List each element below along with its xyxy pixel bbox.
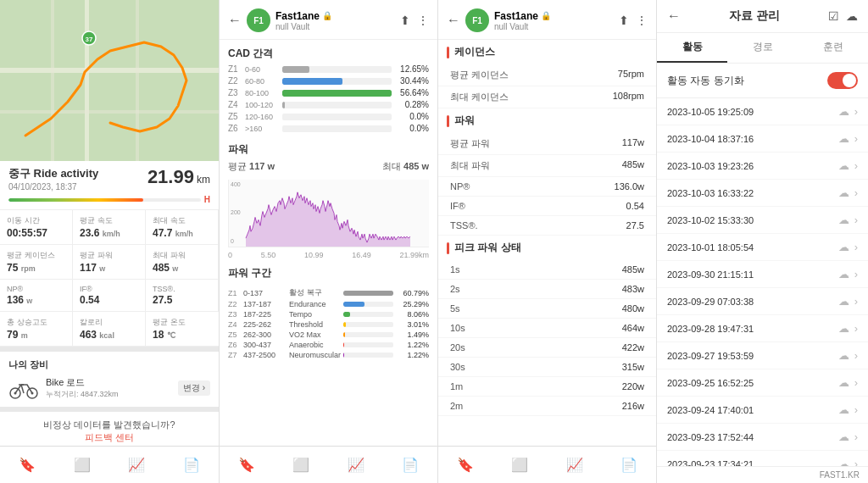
back-button-panel4[interactable]: ← [667,8,681,24]
cloud-icon[interactable]: ☁ [838,214,849,226]
upload-icon-p3[interactable]: ⬆ [619,14,629,27]
list-item[interactable]: 2023-10-03 19:23:26 ☁ › [657,153,868,180]
zone-row-z1: Z1 0-137 활성 복구 60.79% [228,287,429,298]
more-icon[interactable]: ⋮ [417,14,429,27]
distance-display: 21.99 km [147,166,210,188]
list-item[interactable]: 2023-10-03 16:33:22 ☁ › [657,180,868,207]
progress-label: H [204,195,210,204]
tab-activity[interactable]: 활동 [657,33,727,63]
sync-toggle-label: 활동 자동 동기화 [667,74,744,88]
peak-20s: 20s 422w [438,338,656,358]
list-item[interactable]: 2023-09-23 17:34:21 ☁ › [657,451,868,466]
change-equipment-button[interactable]: 변경 › [178,380,210,396]
nav-bookmark-icon[interactable]: 🔖 [17,455,37,475]
zone-row-z3: Z3 187-225 Tempo 8.06% [228,310,429,319]
zone-row-z5: Z5 262-300 VO2 Max 1.49% [228,330,429,339]
list-item[interactable]: 2023-09-30 21:15:11 ☁ › [657,261,868,288]
list-item[interactable]: 2023-09-27 19:53:59 ☁ › [657,342,868,369]
nav-bookmark-icon-p3[interactable]: 🔖 [455,455,476,475]
tab-training[interactable]: 훈련 [798,33,868,63]
svg-rect-3 [85,0,89,161]
cloud-icon[interactable]: ☁ [838,295,849,308]
back-button-panel3[interactable]: ← [447,13,460,28]
footer-brand: FAST1.KR [820,470,860,480]
list-item[interactable]: 2023-10-02 15:33:30 ☁ › [657,207,868,234]
nav-doc-icon-p2[interactable]: 📄 [400,455,420,475]
lock-icon-panel3: 🔒 [541,11,551,20]
cloud-icon[interactable]: ☁ [838,349,849,362]
list-item[interactable]: 2023-10-04 18:37:16 ☁ › [657,125,868,153]
nav-doc-icon-p3[interactable]: 📄 [619,455,639,475]
toggle-knob [843,74,856,87]
np-row: NP® 136.0w [438,177,656,197]
nav-home-icon-p3[interactable]: ⬜ [509,455,530,475]
nav-doc-icon[interactable]: 📄 [181,455,202,475]
cloud-icon[interactable]: ☁ [838,376,849,389]
feedback-text: 비정상 데이터를 발견했습니까? [43,419,175,430]
chevron-right-icon: › [854,268,858,280]
svg-rect-4 [51,0,54,161]
list-item[interactable]: 2023-10-05 19:25:09 ☁ › [657,98,868,125]
list-item[interactable]: 2023-09-25 16:52:25 ☁ › [657,369,868,397]
chevron-right-icon: › [854,159,858,172]
avatar-panel2: F1 [247,8,270,32]
cad-row-z5: Z5 120-160 0.0% [228,112,429,121]
panel4-footer: FAST1.KR [657,466,868,483]
chevron-right-icon: › [854,241,858,253]
tss-row: TSS®. 27.5 [438,216,656,236]
equipment-title: 나의 장비 [8,358,210,371]
nav-home-icon[interactable]: ⬜ [72,455,92,475]
back-button-panel2[interactable]: ← [228,13,242,28]
list-item[interactable]: 2023-09-29 07:03:38 ☁ › [657,288,868,315]
list-item[interactable]: 2023-09-23 17:52:44 ☁ › [657,424,868,451]
peak-2m: 2m 216w [438,397,656,416]
cadence-section-title: 케이던스 [438,40,656,64]
cloud-icon[interactable]: ☁ [838,186,849,199]
chevron-right-icon: › [854,349,858,362]
cad-table: Z1 0-60 12.65% Z2 60-80 30.44% Z3 80-100… [220,64,437,136]
progress-fill [8,198,143,202]
nav-chart-icon-p3[interactable]: 📈 [565,455,585,475]
progress-bar [8,198,201,202]
sync-toggle-switch[interactable] [827,72,858,89]
panel3-content: 케이던스 평균 케이던스 75rpm 최대 케이던스 108rpm 파워 평균 … [438,40,656,446]
panel-stats: ← F1 Fast1ane 🔒 null Vault ⬆ ⋮ 케이던스 평균 케… [437,0,656,483]
list-item[interactable]: 2023-09-24 17:40:01 ☁ › [657,397,868,424]
peak-30s: 30s 315w [438,358,656,377]
cloud-icon[interactable]: ☁ [838,458,849,466]
cloud-icon[interactable]: ☁ [838,322,849,335]
avatar-panel3: F1 [465,8,489,32]
peak-power-section-title: 피크 파워 상태 [438,236,656,260]
stat-avg-speed: 평균 속도 23.6 km/h [73,210,146,245]
bike-name: Bike 로드 [46,376,119,389]
svg-text:0: 0 [231,238,234,244]
check-icon[interactable]: ☑ [828,9,839,23]
nav-chart-icon[interactable]: 📈 [126,455,147,475]
cloud-icon[interactable]: ☁ [838,241,849,253]
tab-route[interactable]: 경로 [727,33,798,63]
svg-text:37: 37 [86,36,93,43]
cloud-icon[interactable]: ☁ [838,403,849,416]
cloud-icon[interactable]: ☁ [838,159,849,172]
peak-2s: 2s 483w [438,280,656,299]
chevron-right-icon: › [854,295,858,308]
sync-toggle-row: 활동 자동 동기화 [657,64,868,98]
avg-cadence-row: 평균 케이던스 75rpm [438,64,656,86]
cloud-icon[interactable]: ☁ [838,430,849,443]
distance-unit: km [197,174,210,186]
cloud-icon[interactable]: ☁ [838,268,849,280]
cloud-upload-icon[interactable]: ☁ [846,9,858,23]
upload-icon[interactable]: ⬆ [400,14,410,27]
more-icon-p3[interactable]: ⋮ [636,14,648,27]
cloud-icon[interactable]: ☁ [838,132,849,145]
nav-bookmark-icon-p2[interactable]: 🔖 [236,455,257,475]
list-item[interactable]: 2023-10-01 18:05:54 ☁ › [657,234,868,261]
zone-row-z7: Z7 437-2500 Neuromuscular 1.22% [228,351,429,359]
nav-chart-icon-p2[interactable]: 📈 [346,455,366,475]
map-view: 37 [0,0,219,161]
list-item[interactable]: 2023-09-28 19:47:31 ☁ › [657,315,868,342]
cloud-icon[interactable]: ☁ [838,105,849,118]
stat-cal: 칼로리 463 kcal [73,312,146,347]
nav-home-icon-p2[interactable]: ⬜ [291,455,311,475]
feedback-link[interactable]: 피드백 센터 [85,432,134,442]
